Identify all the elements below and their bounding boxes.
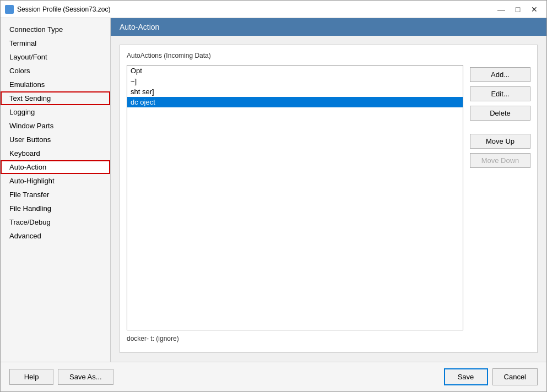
sidebar-item-trace-debug[interactable]: Trace/Debug xyxy=(1,215,110,229)
cancel-button[interactable]: Cancel xyxy=(492,368,538,385)
content-body: AutoActions (Incoming Data) Opt~]sht ser… xyxy=(111,36,546,362)
title-bar-controls: — □ ✕ xyxy=(494,3,542,15)
sidebar-item-logging[interactable]: Logging xyxy=(1,105,110,119)
move-down-button[interactable]: Move Down xyxy=(470,153,530,168)
panel-inner: Opt~]sht ser]dc oject docker- t: (ignore… xyxy=(127,65,530,342)
content-area: Auto-Action AutoActions (Incoming Data) … xyxy=(111,18,546,362)
sidebar-item-keyboard[interactable]: Keyboard xyxy=(1,146,110,160)
sidebar-item-auto-highlight[interactable]: Auto-Highlight xyxy=(1,174,110,188)
status-text: docker- t: (ignore) xyxy=(127,335,463,342)
list-box-container: Opt~]sht ser]dc oject docker- t: (ignore… xyxy=(127,65,463,342)
autoactions-panel: AutoActions (Incoming Data) Opt~]sht ser… xyxy=(120,45,538,353)
sidebar-item-text-sending[interactable]: Text Sending xyxy=(1,91,110,105)
footer-right: Save Cancel xyxy=(444,368,538,385)
add-button[interactable]: Add... xyxy=(470,67,530,82)
sidebar-item-auto-action[interactable]: Auto-Action xyxy=(1,160,110,174)
section-title: Auto-Action xyxy=(120,23,159,31)
button-panel: Add... Edit... Delete Move Up Move Down xyxy=(470,65,530,342)
list-item[interactable]: ~] xyxy=(127,76,463,86)
panel-title: AutoActions (Incoming Data) xyxy=(127,52,530,59)
list-item[interactable]: Opt xyxy=(127,66,463,76)
main-window: Session Profile (Session73.zoc) — □ ✕ Co… xyxy=(0,0,547,392)
sidebar-item-connection-type[interactable]: Connection Type xyxy=(1,23,110,36)
close-button[interactable]: ✕ xyxy=(527,3,542,15)
save-as-button[interactable]: Save As... xyxy=(58,369,113,385)
sidebar-item-emulations[interactable]: Emulations xyxy=(1,78,110,91)
sidebar-item-user-buttons[interactable]: User Buttons xyxy=(1,133,110,146)
delete-button[interactable]: Delete xyxy=(470,106,530,121)
list-item[interactable]: sht ser] xyxy=(127,86,463,97)
app-icon xyxy=(5,5,14,14)
save-button[interactable]: Save xyxy=(444,368,488,385)
move-up-button[interactable]: Move Up xyxy=(470,134,530,149)
main-content: Connection TypeTerminalLayout/FontColors… xyxy=(1,18,546,362)
window-title: Session Profile (Session73.zoc) xyxy=(17,6,494,13)
content-header: Auto-Action xyxy=(111,18,546,36)
maximize-button[interactable]: □ xyxy=(510,3,526,15)
minimize-button[interactable]: — xyxy=(494,3,509,15)
title-bar: Session Profile (Session73.zoc) — □ ✕ xyxy=(1,1,546,18)
edit-button[interactable]: Edit... xyxy=(470,86,530,101)
sidebar-item-window-parts[interactable]: Window Parts xyxy=(1,119,110,133)
sidebar-item-file-handling[interactable]: File Handling xyxy=(1,202,110,215)
help-button[interactable]: Help xyxy=(9,369,53,385)
sidebar-item-advanced[interactable]: Advanced xyxy=(1,229,110,243)
list-item[interactable]: dc oject xyxy=(127,97,463,107)
footer: Help Save As... Save Cancel xyxy=(1,362,546,391)
sidebar-item-layout-font[interactable]: Layout/Font xyxy=(1,50,110,64)
autoactions-list[interactable]: Opt~]sht ser]dc oject xyxy=(127,65,463,330)
sidebar-item-file-transfer[interactable]: File Transfer xyxy=(1,188,110,202)
footer-left: Help Save As... xyxy=(9,369,440,385)
sidebar-item-colors[interactable]: Colors xyxy=(1,64,110,78)
sidebar-item-terminal[interactable]: Terminal xyxy=(1,36,110,50)
sidebar: Connection TypeTerminalLayout/FontColors… xyxy=(1,18,111,362)
